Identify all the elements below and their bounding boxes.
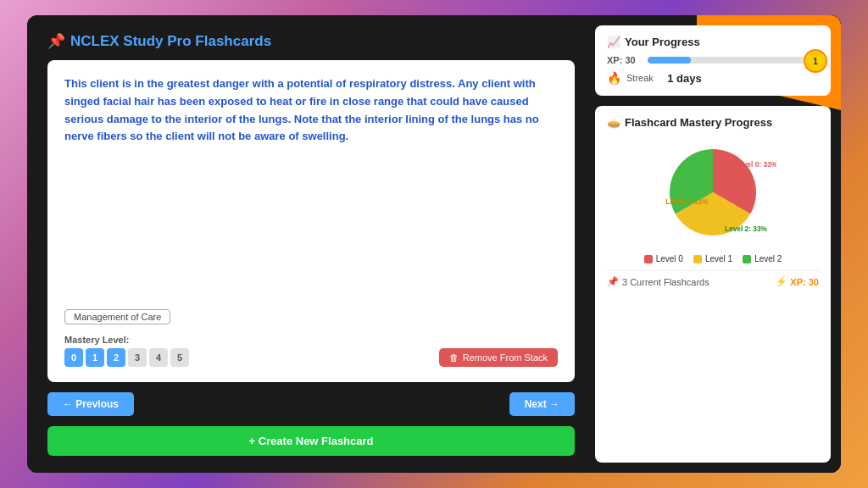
nav-row: ← Previous Next → xyxy=(47,392,575,416)
legend-row: Level 0 Level 1 Level 2 xyxy=(607,254,819,263)
svg-text:Level 2: 33%: Level 2: 33% xyxy=(725,225,768,233)
legend-label-0: Level 0 xyxy=(656,254,683,263)
pushpin-icon: 📌 xyxy=(607,276,619,287)
trash-icon: 🗑 xyxy=(449,352,459,363)
pie-icon: 🥧 xyxy=(607,116,620,129)
right-panel: 📈 Your Progress XP: 30 🔥 Streak 1 days 1… xyxy=(595,15,841,473)
mastery-level-1[interactable]: 1 xyxy=(86,348,104,367)
footer-xp: ⚡ XP: 30 xyxy=(776,276,819,287)
streak-label: Streak xyxy=(626,73,654,83)
legend-dot-2 xyxy=(743,255,751,263)
progress-title: 📈 Your Progress xyxy=(607,36,819,48)
svg-text:Level 1: 33%: Level 1: 33% xyxy=(665,197,709,206)
chart-icon: 📈 xyxy=(607,36,620,48)
chart-title-text: Flashcard Mastery Progress xyxy=(625,116,772,129)
bolt-icon: ⚡ xyxy=(776,276,787,287)
progress-card: 📈 Your Progress XP: 30 🔥 Streak 1 days 1 xyxy=(595,25,831,96)
mastery-level-5[interactable]: 5 xyxy=(170,348,189,367)
badge-circle: 1 xyxy=(804,49,827,73)
remove-from-stack-button[interactable]: 🗑 Remove From Stack xyxy=(439,348,558,367)
mastery-label: Mastery Level: xyxy=(64,335,558,345)
legend-level2: Level 2 xyxy=(743,254,782,263)
legend-dot-0 xyxy=(644,255,653,263)
mastery-level-3[interactable]: 3 xyxy=(128,348,147,367)
mastery-row: 0 1 2 3 4 5 🗑 Remove From Stack xyxy=(64,348,558,367)
remove-label: Remove From Stack xyxy=(463,352,548,363)
mastery-level-2[interactable]: 2 xyxy=(107,348,125,367)
pin-icon: 📌 xyxy=(47,32,65,50)
chart-footer-row: 📌 3 Current Flashcards ⚡ XP: 30 xyxy=(607,270,819,287)
chart-title: 🥧 Flashcard Mastery Progress xyxy=(607,116,819,129)
streak-row: 🔥 Streak 1 days xyxy=(607,70,819,86)
footer-xp-text: XP: 30 xyxy=(790,277,819,287)
app-container: GamifiedFlashcards 📌 NCLEX Study Pro Fla… xyxy=(27,15,841,473)
app-title-text: NCLEX Study Pro Flashcards xyxy=(70,33,271,50)
fire-icon: 🔥 xyxy=(607,71,621,85)
flashcard-text: This client is in the greatest danger wi… xyxy=(64,75,558,298)
tag-badge[interactable]: Management of Care xyxy=(64,309,170,324)
app-title: 📌 NCLEX Study Pro Flashcards xyxy=(47,32,575,50)
flashcard-count: 📌 3 Current Flashcards xyxy=(607,276,709,287)
legend-dot-1 xyxy=(693,255,702,263)
pie-chart: Level 0: 33% Level 1: 33% Level 2: 33% xyxy=(649,137,776,247)
flashcard-count-text: 3 Current Flashcards xyxy=(622,277,709,287)
prev-button[interactable]: ← Previous xyxy=(47,392,134,416)
mastery-section: Mastery Level: 0 1 2 3 4 5 🗑 Remove From… xyxy=(64,335,558,367)
main-panel: 📌 NCLEX Study Pro Flashcards This client… xyxy=(27,15,595,473)
mastery-level-0[interactable]: 0 xyxy=(64,348,83,367)
mastery-chart-card: 🥧 Flashcard Mastery Progress Level 0: 33… xyxy=(595,106,831,463)
legend-label-1: Level 1 xyxy=(705,254,732,263)
xp-row: XP: 30 xyxy=(607,55,819,65)
legend-level0: Level 0 xyxy=(644,254,683,263)
xp-bar xyxy=(648,57,819,64)
xp-label: XP: 30 xyxy=(607,55,641,65)
progress-title-text: Your Progress xyxy=(625,36,700,48)
legend-level1: Level 1 xyxy=(693,254,732,263)
next-button[interactable]: Next → xyxy=(509,392,575,416)
mastery-level-4[interactable]: 4 xyxy=(149,348,168,367)
legend-label-2: Level 2 xyxy=(754,254,782,263)
svg-text:Level 0: 33%: Level 0: 33% xyxy=(735,160,776,169)
flashcard-box: This client is in the greatest danger wi… xyxy=(47,60,575,382)
xp-bar-fill xyxy=(648,57,691,64)
create-flashcard-button[interactable]: + Create New Flashcard xyxy=(47,426,575,456)
streak-value: 1 days xyxy=(667,72,701,85)
pie-container: Level 0: 33% Level 1: 33% Level 2: 33% xyxy=(607,137,819,247)
mastery-levels: 0 1 2 3 4 5 xyxy=(64,348,189,367)
